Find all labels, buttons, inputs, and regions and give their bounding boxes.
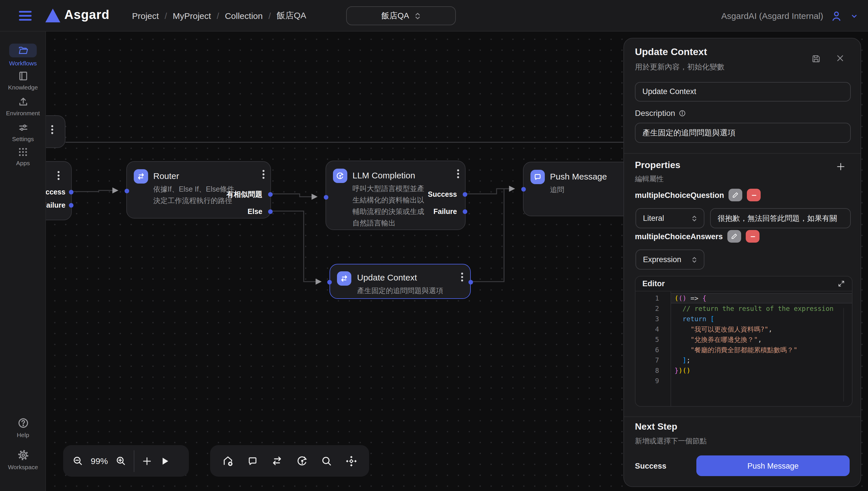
- panel-title: Update Context: [635, 47, 707, 58]
- sidebar-item-label: Workflows: [9, 60, 37, 66]
- workflow-select[interactable]: 飯店QA: [346, 6, 456, 25]
- output-port[interactable]: [463, 192, 467, 197]
- breadcrumb-item[interactable]: MyProject: [173, 11, 211, 21]
- kebab-menu-icon[interactable]: [57, 171, 60, 180]
- toolbar-divider: [134, 450, 134, 472]
- edge-else-to-updatecontext[interactable]: [271, 211, 320, 282]
- breadcrumb-item[interactable]: 飯店QA: [277, 10, 306, 21]
- property-type-select[interactable]: Expression: [635, 250, 704, 269]
- edit-property-button[interactable]: [727, 230, 741, 242]
- add-home-node-icon[interactable]: [222, 455, 234, 467]
- edge-router-to-llm[interactable]: [271, 194, 316, 197]
- property-type-select[interactable]: Literal: [635, 208, 704, 228]
- router-icon: [134, 169, 148, 183]
- description-label: Description: [635, 108, 686, 118]
- kebab-menu-icon[interactable]: [461, 272, 463, 282]
- code-editor[interactable]: 123456789 (() => { // return the result …: [635, 291, 852, 406]
- search-tool-icon[interactable]: [321, 455, 332, 467]
- next-step-subheading: 新增或選擇下一個節點: [635, 436, 707, 446]
- node-description-input[interactable]: 產生固定的追問問題與選項: [635, 123, 851, 143]
- output-port[interactable]: [268, 192, 273, 197]
- sidebar-item-label: Settings: [12, 135, 34, 142]
- next-step-node-button[interactable]: Push Message: [696, 456, 850, 476]
- node-update-context[interactable]: Update Context 產生固定的追問問題與選項: [329, 264, 471, 299]
- node-detail-panel: Update Context 用於更新內容，初始化變數 Update Conte…: [623, 38, 861, 487]
- output-port[interactable]: [468, 280, 473, 285]
- edit-property-button[interactable]: [729, 189, 742, 201]
- sidebar-item-label: Help: [17, 431, 29, 438]
- node-partial-left[interactable]: Success Failure: [46, 161, 72, 220]
- code-line[interactable]: (() => {: [671, 293, 852, 304]
- sidebar-item-help[interactable]: Help: [0, 417, 46, 438]
- edge-success-to-router[interactable]: [72, 191, 117, 192]
- code-line[interactable]: // return the result of the expression: [671, 304, 852, 314]
- save-icon[interactable]: [811, 54, 821, 64]
- move-tool-icon[interactable]: [345, 455, 358, 467]
- chevron-down-icon[interactable]: [850, 11, 859, 20]
- output-port[interactable]: [268, 209, 273, 214]
- code-line[interactable]: [671, 376, 852, 386]
- info-icon[interactable]: [679, 109, 686, 117]
- remove-property-button[interactable]: [746, 230, 759, 242]
- zoom-out-icon[interactable]: [72, 456, 83, 466]
- add-property-icon[interactable]: [836, 162, 846, 172]
- sidebar-item-label: Apps: [16, 160, 30, 166]
- editor-scrollbar[interactable]: [843, 308, 844, 402]
- output-label: Success: [428, 190, 457, 199]
- workflow-select-value: 飯店QA: [381, 10, 409, 21]
- sidebar-item-knowledge[interactable]: Knowledge: [0, 70, 46, 91]
- node-name-input[interactable]: Update Context: [635, 82, 851, 102]
- breadcrumb-item[interactable]: Collection: [225, 11, 263, 21]
- code-line[interactable]: "餐廳的消費全部都能累積點數嗎？": [671, 345, 852, 355]
- code-line[interactable]: })(): [671, 365, 852, 376]
- output-port[interactable]: [69, 203, 74, 208]
- node-description: 追問: [550, 184, 564, 196]
- code-line[interactable]: ];: [671, 355, 852, 365]
- edge-updatecontext-to-push[interactable]: [471, 189, 504, 282]
- sidebar-item-workspace[interactable]: Workspace: [0, 449, 46, 470]
- node-partial-top[interactable]: [46, 115, 65, 148]
- sidebar-item-label: Environment: [6, 110, 40, 116]
- node-llm-completion[interactable]: LLM Completion 呼叫大型語言模型並產生結構化的資料輸出以輔助流程的…: [325, 161, 466, 230]
- hamburger-menu-icon[interactable]: [19, 11, 32, 21]
- node-title: LLM Completion: [352, 170, 415, 180]
- panel-divider: [624, 416, 861, 417]
- property-name: multipleChoiceQuestion: [635, 191, 724, 199]
- push-message-tool-icon[interactable]: [247, 455, 258, 467]
- kebab-menu-icon[interactable]: [262, 170, 265, 179]
- active-tile: [9, 44, 37, 57]
- code-line[interactable]: return [: [671, 314, 852, 324]
- expand-icon[interactable]: [838, 280, 845, 287]
- close-icon[interactable]: [836, 54, 844, 64]
- output-port[interactable]: [69, 190, 74, 195]
- input-port[interactable]: [324, 195, 328, 200]
- input-port[interactable]: [327, 280, 332, 285]
- kebab-menu-icon[interactable]: [457, 169, 459, 178]
- code-line[interactable]: "兌換券在哪邊兌換？",: [671, 335, 852, 345]
- edge-llm-to-push[interactable]: [466, 189, 514, 194]
- zoom-in-icon[interactable]: [115, 456, 126, 466]
- sliders-icon: [18, 122, 28, 133]
- router-tool-icon[interactable]: [271, 455, 283, 467]
- sidebar-item-label: Knowledge: [8, 84, 38, 91]
- node-title: Push Message: [550, 172, 607, 181]
- breadcrumb-item[interactable]: Project: [132, 11, 159, 21]
- sidebar-item-workflows[interactable]: Workflows: [0, 44, 46, 66]
- code-line[interactable]: "我可以更改個人資料嗎?",: [671, 324, 852, 335]
- remove-property-button[interactable]: [747, 189, 761, 201]
- sidebar-item-apps[interactable]: Apps: [0, 147, 46, 166]
- node-router[interactable]: Router 依據If、Else If、Else條件決定工作流程執行的路徑 有相…: [126, 161, 271, 219]
- sidebar-item-settings[interactable]: Settings: [0, 122, 46, 142]
- node-description: 產生固定的追問問題與選項: [357, 285, 443, 296]
- run-workflow-icon[interactable]: [160, 456, 170, 466]
- add-node-icon[interactable]: [142, 456, 152, 466]
- output-label: Failure: [46, 201, 65, 210]
- input-port[interactable]: [125, 189, 129, 193]
- input-port[interactable]: [521, 187, 526, 192]
- output-port[interactable]: [463, 209, 467, 214]
- sidebar-item-environment[interactable]: Environment: [0, 96, 46, 116]
- property-value-input[interactable]: 很抱歉，無法回答此問題，如果有關: [710, 208, 851, 228]
- user-icon[interactable]: [830, 9, 843, 22]
- llm-tool-icon[interactable]: [296, 455, 308, 467]
- kebab-menu-icon[interactable]: [51, 125, 53, 134]
